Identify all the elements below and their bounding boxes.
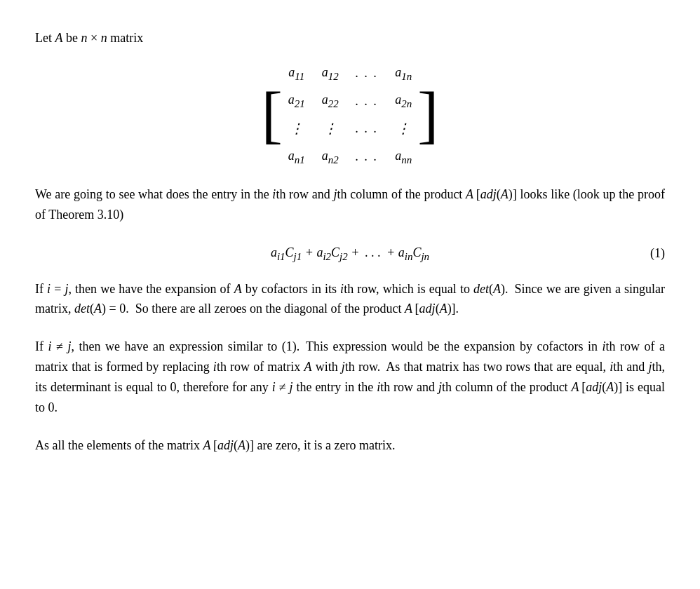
ij-equal-paragraph: If i = j, then we have the expansion of … xyxy=(35,279,665,320)
ij-equal-text: If i = j, then we have the expansion of … xyxy=(35,282,665,316)
matrix-cell-2dots: . . . xyxy=(356,91,379,111)
matrix-cell-ndots: . . . xyxy=(356,147,379,167)
intro-text: Let A be n × n matrix xyxy=(35,31,143,45)
matrix-cell-n2: an2 xyxy=(322,146,339,168)
right-bracket: ] xyxy=(417,83,438,147)
intro-paragraph: Let A be n × n matrix xyxy=(35,28,665,48)
final-paragraph: As all the elements of the matrix A [adj… xyxy=(35,435,665,456)
matrix-cell-1n: a1n xyxy=(395,62,412,85)
matrix-cell-11: a11 xyxy=(288,62,305,85)
matrix-cell-2n: a2n xyxy=(395,90,412,112)
matrix-grid: a11 a12 . . . a1n a21 a22 . . . a2n ⋮ ⋮ … xyxy=(288,62,412,168)
entry-paragraph: We are going to see what does the entry … xyxy=(35,184,665,225)
entry-text-1: We are going to see what does the entry … xyxy=(35,187,665,222)
final-text: As all the elements of the matrix A [adj… xyxy=(35,438,395,452)
matrix-display: [ a11 a12 . . . a1n a21 a22 . . . a2n ⋮ … xyxy=(35,62,665,168)
ij-notequal-text: If i ≠ j, then we have an expression sim… xyxy=(35,339,665,414)
matrix-cell-nn: ann xyxy=(395,146,412,168)
matrix-cell-1dots: . . . xyxy=(356,63,379,83)
matrix-cell-22: a22 xyxy=(322,90,339,112)
matrix-bracket-wrap: [ a11 a12 . . . a1n a21 a22 . . . a2n ⋮ … xyxy=(262,62,438,168)
matrix-cell-12: a12 xyxy=(322,62,339,85)
left-bracket: [ xyxy=(262,83,283,147)
matrix-cell-n1: an1 xyxy=(288,146,305,168)
ij-notequal-paragraph: If i ≠ j, then we have an expression sim… xyxy=(35,337,665,417)
page-content: Let A be n × n matrix [ a11 a12 . . . a1… xyxy=(35,28,665,456)
equation-display: ai1Cj1 + ai2Cj2 + . . . + ainCjn (1) xyxy=(35,243,665,265)
equation-number: (1) xyxy=(650,243,665,264)
matrix-cell-21: a21 xyxy=(288,90,305,112)
matrix-cell-midots: . . . xyxy=(356,119,379,139)
equation-content: ai1Cj1 + ai2Cj2 + . . . + ainCjn xyxy=(271,243,429,265)
matrix-cell-vdots3: ⋮ xyxy=(395,118,412,140)
matrix-cell-vdots1: ⋮ xyxy=(288,118,305,140)
matrix-cell-vdots2: ⋮ xyxy=(322,118,339,140)
